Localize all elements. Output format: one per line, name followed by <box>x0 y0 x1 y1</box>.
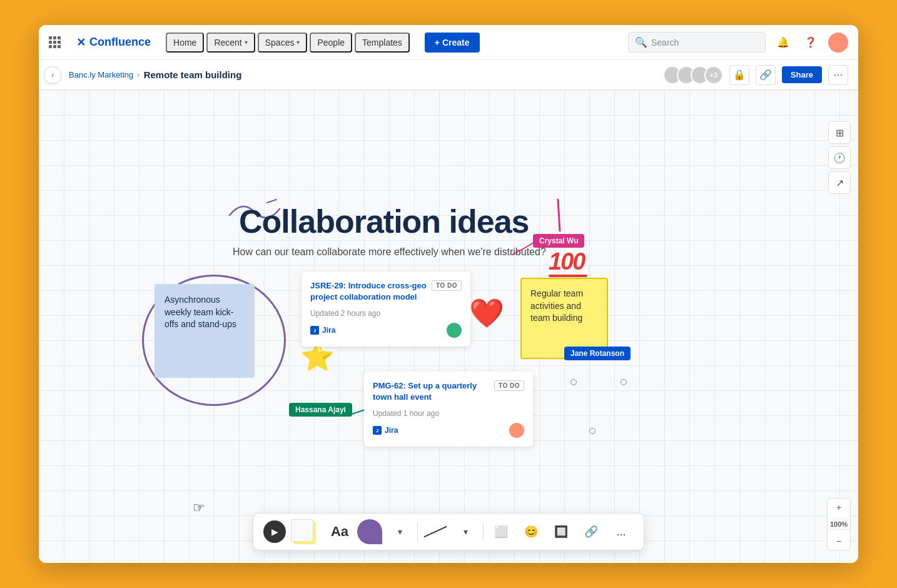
spaces-chevron-icon: ▾ <box>296 39 300 46</box>
jira-card-1-header: JSRE-29: Introduce cross-geo project col… <box>310 280 462 303</box>
zoom-out-button[interactable]: − <box>828 532 850 550</box>
jira-card-2-id: PMG-62: <box>373 381 408 390</box>
nav-right: 🔍 Search 🔔 ❓ <box>628 32 848 53</box>
jira-card-2-avatar <box>509 423 524 438</box>
jira-card-1-updated: Updated 2 hours ago <box>310 309 462 318</box>
collaboration-title: Collaboration ideas <box>239 203 529 240</box>
hundred-underline <box>549 275 587 277</box>
text-tool-button[interactable]: Aa <box>327 519 352 544</box>
user-avatar[interactable] <box>828 33 848 53</box>
sticky-preview-front <box>291 519 313 542</box>
jira-card-2-link[interactable]: PMG-62: Set up a quarterly town hall eve… <box>373 380 489 403</box>
toolbar-divider-2 <box>483 522 484 541</box>
emoji-tool-button[interactable]: 😊 <box>519 519 544 544</box>
sticky-preview[interactable] <box>291 519 322 544</box>
collaborators-avatars: +3 <box>663 66 723 84</box>
navbar: ✕ Confluence Home Recent ▾ Spaces ▾ Peop… <box>39 25 858 60</box>
confluence-logo[interactable]: ✕ Confluence <box>76 36 151 49</box>
canvas-content: Collaboration ideas How can our team col… <box>39 90 858 563</box>
help-button[interactable]: ❓ <box>801 33 821 53</box>
hassana-ajayi-label: Hassana Ajayi <box>289 403 352 417</box>
jira-card-1-link[interactable]: JSRE-29: Introduce cross-geo project col… <box>310 280 427 303</box>
nav-people[interactable]: People <box>310 33 352 53</box>
handle-dot-1 <box>570 379 577 385</box>
bottom-toolbar: ▶ Aa ▾ ▾ ⬜ 😊 🔲 <box>253 513 644 550</box>
play-button[interactable]: ▶ <box>263 520 286 543</box>
line-dropdown-button[interactable]: ▾ <box>453 519 478 544</box>
jira-card-2[interactable]: PMG-62: Set up a quarterly town hall eve… <box>364 372 533 447</box>
sidebar-toggle-button[interactable]: › <box>44 66 61 84</box>
zoom-percentage: 100% <box>828 519 850 530</box>
jane-rotanson-label: Jane Rotanson <box>564 347 631 360</box>
jira-card-1-id: JSRE-29: <box>310 281 348 290</box>
jira-icon-2: J <box>373 426 382 435</box>
jira-card-1-avatar <box>447 323 462 338</box>
cursor-pointer: ☞ <box>193 500 205 516</box>
crystal-wu-label: Crystal Wu <box>533 234 584 248</box>
logo-text: Confluence <box>89 36 151 49</box>
subheader: › Banc.ly Marketing › Remote team buildi… <box>39 60 858 90</box>
logo-x-mark: ✕ <box>76 36 86 49</box>
subheader-right: +3 🔒 🔗 Share ··· <box>663 65 848 85</box>
lock-icon-button[interactable]: 🔒 <box>729 65 749 85</box>
layout-icon-button[interactable]: ⊞ <box>828 121 851 144</box>
shape-dropdown-button[interactable]: ▾ <box>387 519 412 544</box>
grid-apps-icon[interactable] <box>49 36 61 49</box>
notifications-button[interactable]: 🔔 <box>773 33 793 53</box>
handle-dot-2 <box>621 379 627 385</box>
share-button[interactable]: Share <box>782 66 822 83</box>
line-tool-button[interactable] <box>423 531 448 532</box>
handle-dot-3 <box>589 428 595 434</box>
search-placeholder: Search <box>651 38 679 48</box>
jira-card-2-updated: Updated 1 hour ago <box>373 409 524 418</box>
jira-card-1-status: TO DO <box>432 280 462 291</box>
breadcrumb-separator: › <box>137 70 139 79</box>
breadcrumb-parent[interactable]: Banc.ly Marketing <box>69 70 133 79</box>
search-icon: 🔍 <box>635 36 647 48</box>
zoom-controls: + 100% − <box>827 498 851 550</box>
zoom-in-button[interactable]: + <box>828 499 850 516</box>
create-button[interactable]: + Create <box>425 33 480 53</box>
jira-card-1-source: J Jira <box>310 326 335 335</box>
jira-card-2-status: TO DO <box>494 380 524 391</box>
browser-window: ✕ Confluence Home Recent ▾ Spaces ▾ Peop… <box>39 25 858 563</box>
shape-tool-button[interactable] <box>357 519 382 544</box>
nav-recent[interactable]: Recent ▾ <box>206 33 255 53</box>
more-options-button[interactable]: ··· <box>828 65 848 85</box>
link-icon-button[interactable]: 🔗 <box>756 65 776 85</box>
jira-card-1[interactable]: JSRE-29: Introduce cross-geo project col… <box>302 271 470 347</box>
stamp-tool-button[interactable]: 🔲 <box>549 519 574 544</box>
history-icon-button[interactable]: 🕐 <box>828 146 851 169</box>
cursor-icon-button[interactable]: ↗ <box>828 171 851 194</box>
canvas-area[interactable]: Collaboration ideas How can our team col… <box>39 90 858 563</box>
nav-spaces[interactable]: Spaces ▾ <box>258 33 308 53</box>
nav-home[interactable]: Home <box>166 33 204 53</box>
heart-decoration: ❤️ <box>469 297 500 325</box>
page-title: Remote team building <box>144 69 242 80</box>
hundred-text: 100 <box>549 250 587 273</box>
breadcrumb: Banc.ly Marketing › Remote team building <box>69 69 241 80</box>
line-preview <box>423 526 447 538</box>
jira-card-2-header: PMG-62: Set up a quarterly town hall eve… <box>373 380 524 403</box>
right-toolbar: ⊞ 🕐 ↗ <box>828 121 851 194</box>
frame-tool-button[interactable]: ⬜ <box>489 519 514 544</box>
jira-card-2-footer: J Jira <box>373 423 524 438</box>
nav-templates[interactable]: Templates <box>355 33 410 53</box>
jira-icon-1: J <box>310 326 319 335</box>
jira-card-1-footer: J Jira <box>310 323 462 338</box>
jira-card-2-source: J Jira <box>373 426 398 435</box>
hundred-decoration: 100 <box>549 250 587 277</box>
recent-chevron-icon: ▾ <box>245 39 248 46</box>
more-tools-button[interactable]: ... <box>609 519 634 544</box>
sticky-note-blue[interactable]: Asynchronous weekly team kick-offs and s… <box>155 284 255 378</box>
link-tool-button[interactable]: 🔗 <box>579 519 604 544</box>
collaborator-count: +3 <box>704 66 723 84</box>
collaboration-subtitle: How can our team collaborate more effect… <box>233 246 546 258</box>
nav-links: Home Recent ▾ Spaces ▾ People Templates <box>166 33 410 53</box>
search-bar[interactable]: 🔍 Search <box>628 32 766 53</box>
content-area: › Banc.ly Marketing › Remote team buildi… <box>39 60 858 563</box>
toolbar-divider-1 <box>417 522 418 541</box>
